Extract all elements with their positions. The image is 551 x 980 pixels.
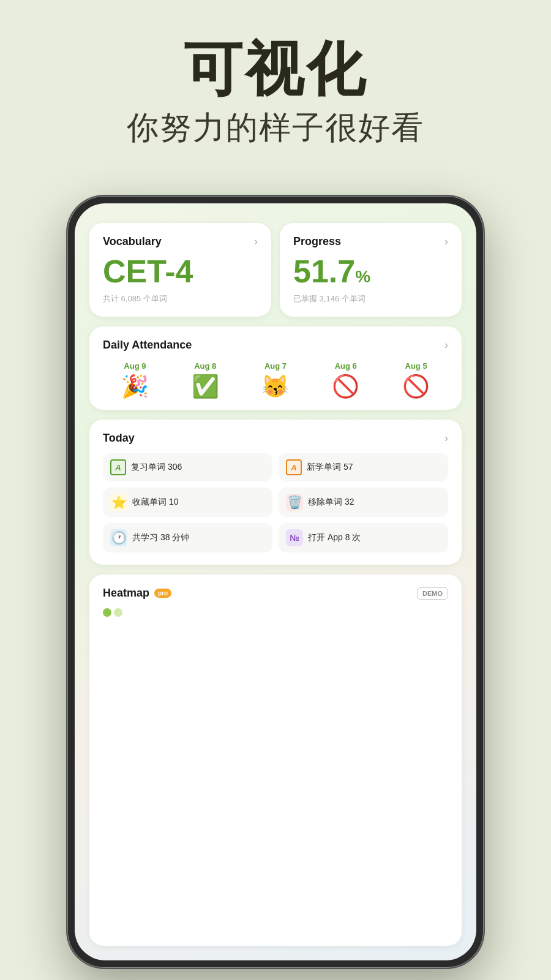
today-stats-grid: A 复习单词 306 A 新学单词 57 ⭐ 收藏单词 10 🗑️: [103, 453, 448, 552]
day-item-0: Aug 9 🎉: [103, 361, 167, 398]
phone-mockup: Vocabulary › CET-4 共计 6,085 个单词 Progress…: [67, 196, 484, 968]
progress-number: 51.7: [293, 254, 355, 289]
heatmap-title-row: Heatmap pro: [103, 587, 171, 600]
progress-sub: 已掌握 3,146 个单词: [293, 293, 448, 304]
stat-favorites-text: 收藏单词 10: [132, 497, 178, 508]
today-chevron: ›: [444, 432, 448, 445]
heatmap-grid: [103, 608, 448, 617]
progress-chevron: ›: [444, 235, 448, 248]
vocabulary-chevron: ›: [254, 235, 258, 248]
heatmap-title: Heatmap: [103, 587, 149, 600]
progress-value: 51.7%: [293, 255, 448, 287]
attendance-days: Aug 9 🎉 Aug 8 ✅ Aug 7 😽 Aug 6: [103, 361, 448, 398]
stat-new: A 新学单词 57: [279, 453, 448, 481]
phone-frame: Vocabulary › CET-4 共计 6,085 个单词 Progress…: [67, 196, 484, 968]
stat-time-text: 共学习 38 分钟: [132, 532, 189, 543]
day-icon-1: ✅: [192, 375, 219, 398]
pro-badge: pro: [154, 589, 171, 598]
day-icon-4: 🚫: [402, 375, 430, 398]
day-icon-2: 😽: [261, 375, 289, 398]
vocabulary-sub: 共计 6,085 个单词: [103, 293, 258, 304]
stat-remove-text: 移除单词 32: [308, 497, 354, 508]
stat-opens: № 打开 App 8 次: [279, 523, 448, 552]
heatmap-dot: [114, 608, 122, 617]
attendance-card[interactable]: Daily Attendance › Aug 9 🎉 Aug 8 ✅: [89, 326, 462, 410]
vocabulary-title: Vocabulary: [103, 235, 162, 248]
progress-card[interactable]: Progress › 51.7% 已掌握 3,146 个单词: [280, 223, 462, 317]
phone-screen: Vocabulary › CET-4 共计 6,085 个单词 Progress…: [75, 203, 476, 960]
day-label-1: Aug 8: [194, 361, 216, 371]
remove-icon: 🗑️: [286, 494, 303, 511]
vocabulary-value: CET-4: [103, 255, 258, 287]
hero-title: 可视化: [0, 37, 551, 102]
day-label-3: Aug 6: [335, 361, 357, 371]
progress-percent: %: [355, 267, 370, 286]
heatmap-card[interactable]: Heatmap pro DEMO: [89, 575, 462, 946]
heatmap-dot: [103, 608, 111, 617]
top-cards-row: Vocabulary › CET-4 共计 6,085 个单词 Progress…: [89, 223, 462, 317]
stat-favorites: ⭐ 收藏单词 10: [103, 488, 272, 517]
vocabulary-card[interactable]: Vocabulary › CET-4 共计 6,085 个单词: [89, 223, 271, 317]
stat-new-text: 新学单词 57: [307, 462, 353, 473]
today-card[interactable]: Today › A 复习单词 306 A 新学单词 57: [89, 420, 462, 565]
day-item-2: Aug 7 😽: [244, 361, 308, 398]
attendance-chevron: ›: [444, 339, 448, 352]
review-icon: A: [110, 459, 126, 475]
day-icon-0: 🎉: [121, 375, 149, 398]
stat-review-text: 复习单词 306: [131, 462, 182, 473]
demo-badge: DEMO: [417, 587, 448, 600]
stat-review: A 复习单词 306: [103, 453, 272, 481]
stat-time: 🕐 共学习 38 分钟: [103, 523, 272, 552]
new-icon: A: [286, 459, 302, 475]
day-label-0: Aug 9: [124, 361, 146, 371]
opens-icon: №: [286, 529, 303, 546]
day-label-2: Aug 7: [264, 361, 287, 371]
day-item-1: Aug 8 ✅: [173, 361, 238, 398]
attendance-title: Daily Attendance: [103, 339, 192, 352]
day-item-3: Aug 6 🚫: [313, 361, 378, 398]
favorites-icon: ⭐: [110, 494, 127, 511]
hero-subtitle: 你努力的样子很好看: [0, 107, 551, 149]
progress-title: Progress: [293, 235, 341, 248]
today-title: Today: [103, 432, 135, 445]
stat-opens-text: 打开 App 8 次: [308, 532, 361, 543]
day-label-4: Aug 5: [405, 361, 427, 371]
day-icon-3: 🚫: [332, 375, 359, 398]
time-icon: 🕐: [110, 529, 127, 546]
stat-remove: 🗑️ 移除单词 32: [279, 488, 448, 517]
day-item-4: Aug 5 🚫: [384, 361, 448, 398]
